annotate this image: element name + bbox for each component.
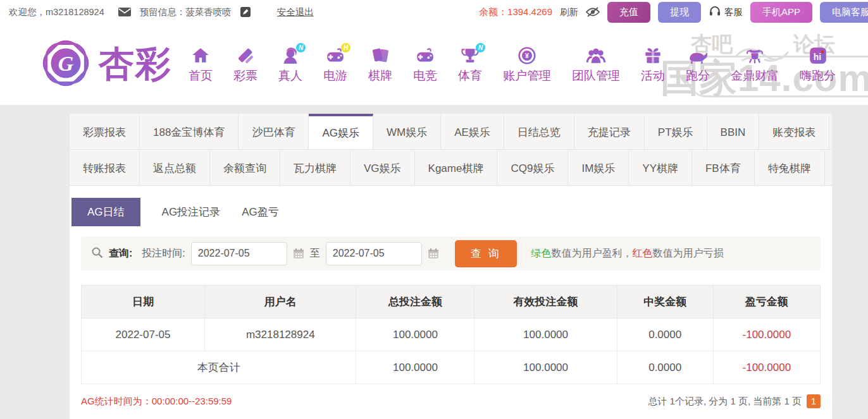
nav-item-hipaofen[interactable]: hi 嗨跑分: [800, 46, 836, 84]
date-to-input[interactable]: [326, 242, 422, 265]
nav-item-paofen[interactable]: 跑分: [686, 46, 710, 84]
query-label: 查询:: [109, 247, 132, 260]
gamepad-icon: H: [325, 46, 345, 66]
customer-service-button[interactable]: 客服: [709, 6, 743, 18]
report-tab[interactable]: 账变报表: [759, 114, 829, 149]
tabs-filler: [825, 150, 832, 185]
esports-icon: [415, 46, 435, 66]
nav-item-sports[interactable]: N 体育: [458, 46, 482, 84]
subtab-ag-bets[interactable]: AG投注记录: [162, 205, 221, 219]
report-tab[interactable]: 瓦力棋牌: [280, 150, 350, 185]
search-icon: [91, 246, 103, 261]
report-tab[interactable]: VG娱乐: [350, 150, 415, 185]
bet-time-label: 投注时间:: [142, 247, 185, 260]
nav-item-account[interactable]: ¥ 账户管理: [503, 46, 551, 84]
welcome-text: 欢迎您，m3218128924: [9, 6, 104, 18]
report-tab[interactable]: 沙巴体育: [239, 114, 309, 149]
report-tab[interactable]: IM娱乐: [568, 150, 629, 185]
table-row: 2022-07-05 m3218128924 100.0000 100.0000…: [82, 319, 821, 351]
nav-item-activity[interactable]: 活动: [641, 46, 665, 84]
team-icon: [586, 46, 606, 66]
nav-item-lottery[interactable]: 彩票: [233, 46, 257, 84]
logout-link[interactable]: 安全退出: [277, 6, 314, 18]
deposit-button[interactable]: 充值: [607, 2, 650, 23]
nav-item-esports[interactable]: 电竞: [413, 46, 437, 84]
svg-text:hi: hi: [813, 51, 821, 61]
cell-win: 0.0000: [617, 319, 713, 351]
summary-valid-bet: 100.0000: [474, 351, 617, 384]
tabs-filler: [829, 114, 832, 149]
main-navbar: 杏吧 论坛 国家14.com G 杏彩 首页: [0, 24, 868, 105]
coin-icon: ¥: [517, 46, 537, 66]
search-button[interactable]: 查 询: [455, 240, 517, 267]
calendar-icon[interactable]: [428, 248, 439, 259]
cell-date: 2022-07-05: [82, 319, 205, 351]
message-icon[interactable]: [118, 8, 131, 16]
summary-row: 本页合计 100.0000 100.0000 0.0000 -100.0000: [82, 351, 821, 384]
flower-logo-icon: G: [38, 35, 94, 94]
cell-profit: -100.0000: [713, 319, 820, 351]
nav-item-team[interactable]: 团队管理: [572, 46, 620, 84]
report-tab[interactable]: FB体育: [692, 150, 755, 185]
brand-logo[interactable]: G 杏彩: [38, 35, 172, 94]
summary-profit: -100.0000: [713, 351, 820, 384]
report-tab[interactable]: CQ9娱乐: [497, 150, 568, 185]
nav-item-home[interactable]: 首页: [189, 46, 213, 84]
home-icon: [190, 46, 211, 66]
column-header-profit: 盈亏金额: [713, 286, 820, 319]
report-tab[interactable]: 188金宝博体育: [140, 114, 239, 149]
page-background: 彩票报表 188金宝博体育 沙巴体育 AG娱乐 WM娱乐 AE娱乐 日结总览 充…: [0, 105, 868, 419]
column-header-date: 日期: [82, 286, 205, 319]
report-tab[interactable]: AE娱乐: [441, 114, 504, 149]
trophy-icon: N: [460, 46, 480, 66]
column-header-win: 中奖金额: [617, 286, 713, 319]
nav-item-cards[interactable]: 棋牌: [368, 46, 392, 84]
report-tab-active[interactable]: AG娱乐: [309, 114, 373, 149]
report-tab[interactable]: 返点总额: [140, 150, 210, 185]
nav-items: 首页 彩票 N 真人 H 电游: [189, 46, 836, 84]
mobile-app-button[interactable]: 手机APP: [750, 2, 812, 23]
date-from-input[interactable]: [191, 242, 287, 265]
svg-text:¥: ¥: [525, 52, 529, 59]
search-bar: 查询: 投注时间: 至 查 询 绿色数值为用户盈利，红色数值为用户亏损: [81, 236, 821, 270]
column-header-valid-bet: 有效投注金额: [474, 286, 617, 319]
svg-text:G: G: [58, 52, 73, 75]
calendar-icon[interactable]: [293, 248, 304, 259]
eye-slash-icon[interactable]: [586, 7, 600, 17]
subtab-ag-daily-active[interactable]: AG日结: [71, 198, 140, 226]
nav-item-live[interactable]: N 真人: [278, 46, 302, 84]
report-tab[interactable]: YY棋牌: [629, 150, 692, 185]
edit-icon[interactable]: [240, 7, 251, 17]
report-tab[interactable]: BBIN: [707, 114, 760, 149]
legend-text: 绿色数值为用户盈利，红色数值为用户亏损: [531, 247, 724, 260]
brand-name: 杏彩: [99, 40, 172, 88]
ticket-icon: [235, 46, 256, 66]
report-tab[interactable]: PT娱乐: [645, 114, 707, 149]
report-tab[interactable]: 日结总览: [504, 114, 574, 149]
cell-valid-bet: 100.0000: [474, 319, 617, 351]
nav-item-egames[interactable]: H 电游: [323, 46, 347, 84]
report-card: 彩票报表 188金宝博体育 沙巴体育 AG娱乐 WM娱乐 AE娱乐 日结总览 充…: [70, 114, 832, 419]
tripod-icon: [745, 46, 765, 66]
report-tab[interactable]: 余额查询: [210, 150, 280, 185]
page-1-button[interactable]: 1: [807, 394, 821, 408]
report-tab[interactable]: WM娱乐: [373, 114, 441, 149]
subtab-ag-profit[interactable]: AG盈亏: [242, 205, 279, 219]
cell-username: m3218128924: [205, 319, 356, 351]
report-tab[interactable]: 特兔棋牌: [755, 150, 825, 185]
pagination: 总计 1个记录, 分为 1 页, 当前第 1 页 1: [648, 394, 821, 408]
refresh-button[interactable]: 刷新: [560, 6, 578, 18]
nav-item-jinding[interactable]: 金鼎财富: [731, 46, 779, 84]
withdraw-button[interactable]: 提现: [658, 2, 701, 23]
column-header-total-bet: 总投注金额: [356, 286, 474, 319]
headphones-icon: [709, 6, 721, 18]
stat-time-text: AG统计时间为：00:00:00--23:59:59: [81, 396, 232, 408]
card-footer: AG统计时间为：00:00:00--23:59:59 总计 1个记录, 分为 1…: [81, 394, 821, 408]
report-tab[interactable]: Kgame棋牌: [415, 150, 498, 185]
report-tab[interactable]: 转账报表: [70, 150, 140, 185]
report-tab[interactable]: 彩票报表: [70, 114, 140, 149]
pc-service-button[interactable]: 电脑客服: [820, 2, 868, 23]
subtabs: AG日结 AG投注记录 AG盈亏: [71, 198, 832, 226]
report-tab[interactable]: 充提记录: [574, 114, 645, 149]
reserved-info: 预留信息：菠菜香喷喷: [140, 6, 232, 18]
